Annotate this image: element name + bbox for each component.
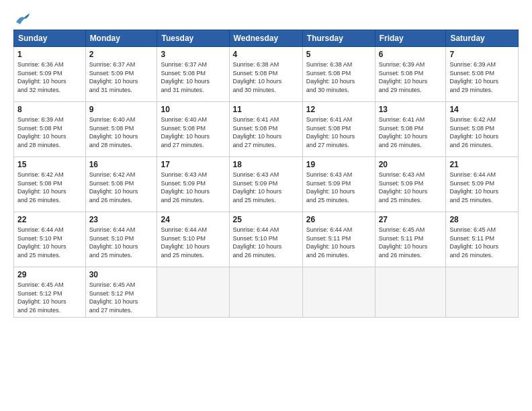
calendar-cell: 27Sunrise: 6:45 AMSunset: 5:11 PMDayligh… xyxy=(375,212,446,267)
calendar-cell: 4Sunrise: 6:38 AMSunset: 5:08 PMDaylight… xyxy=(229,47,302,102)
calendar-cell xyxy=(375,267,446,318)
day-number: 24 xyxy=(161,215,225,224)
calendar-cell: 18Sunrise: 6:43 AMSunset: 5:09 PMDayligh… xyxy=(229,157,302,212)
cell-info: Sunrise: 6:42 AMSunset: 5:08 PMDaylight:… xyxy=(449,116,498,148)
calendar-cell: 30Sunrise: 6:45 AMSunset: 5:12 PMDayligh… xyxy=(85,267,157,318)
day-number: 22 xyxy=(17,215,82,224)
day-number: 28 xyxy=(449,215,515,224)
calendar-cell: 25Sunrise: 6:44 AMSunset: 5:10 PMDayligh… xyxy=(229,212,302,267)
cell-info: Sunrise: 6:39 AMSunset: 5:08 PMDaylight:… xyxy=(17,116,66,148)
cell-info: Sunrise: 6:39 AMSunset: 5:08 PMDaylight:… xyxy=(379,61,428,93)
cell-info: Sunrise: 6:36 AMSunset: 5:09 PMDaylight:… xyxy=(17,61,66,93)
calendar-week-row: 29Sunrise: 6:45 AMSunset: 5:12 PMDayligh… xyxy=(14,267,519,318)
cell-info: Sunrise: 6:41 AMSunset: 5:08 PMDaylight:… xyxy=(379,116,428,148)
cell-info: Sunrise: 6:45 AMSunset: 5:11 PMDaylight:… xyxy=(449,226,498,259)
calendar-cell: 10Sunrise: 6:40 AMSunset: 5:08 PMDayligh… xyxy=(157,102,229,157)
cell-info: Sunrise: 6:39 AMSunset: 5:08 PMDaylight:… xyxy=(449,61,498,93)
calendar-table: SundayMondayTuesdayWednesdayThursdayFrid… xyxy=(13,30,519,318)
logo-bird-icon xyxy=(15,12,30,26)
calendar-week-row: 22Sunrise: 6:44 AMSunset: 5:10 PMDayligh… xyxy=(14,212,519,267)
calendar-week-row: 1Sunrise: 6:36 AMSunset: 5:09 PMDaylight… xyxy=(14,47,519,102)
cell-info: Sunrise: 6:44 AMSunset: 5:10 PMDaylight:… xyxy=(161,226,210,259)
calendar-cell: 5Sunrise: 6:38 AMSunset: 5:08 PMDaylight… xyxy=(302,47,375,102)
day-number: 10 xyxy=(161,105,225,114)
cell-info: Sunrise: 6:40 AMSunset: 5:08 PMDaylight:… xyxy=(89,116,138,148)
day-number: 21 xyxy=(449,160,515,169)
calendar-cell: 13Sunrise: 6:41 AMSunset: 5:08 PMDayligh… xyxy=(375,102,446,157)
day-number: 9 xyxy=(89,105,154,114)
cell-info: Sunrise: 6:42 AMSunset: 5:08 PMDaylight:… xyxy=(89,171,138,203)
cell-info: Sunrise: 6:43 AMSunset: 5:09 PMDaylight:… xyxy=(161,171,210,203)
day-number: 26 xyxy=(306,215,371,224)
day-number: 7 xyxy=(449,50,515,59)
calendar-cell: 20Sunrise: 6:43 AMSunset: 5:09 PMDayligh… xyxy=(375,157,446,212)
cell-info: Sunrise: 6:42 AMSunset: 5:08 PMDaylight:… xyxy=(17,171,66,203)
column-header-thursday: Thursday xyxy=(302,30,375,47)
day-number: 29 xyxy=(17,270,82,279)
day-number: 5 xyxy=(306,50,371,59)
calendar-cell: 19Sunrise: 6:43 AMSunset: 5:09 PMDayligh… xyxy=(302,157,375,212)
calendar-page: SundayMondayTuesdayWednesdayThursdayFrid… xyxy=(0,0,532,411)
column-header-monday: Monday xyxy=(85,30,157,47)
calendar-cell xyxy=(229,267,302,318)
cell-info: Sunrise: 6:44 AMSunset: 5:09 PMDaylight:… xyxy=(449,171,498,203)
day-number: 18 xyxy=(233,160,299,169)
cell-info: Sunrise: 6:44 AMSunset: 5:10 PMDaylight:… xyxy=(233,226,282,259)
cell-info: Sunrise: 6:41 AMSunset: 5:08 PMDaylight:… xyxy=(233,116,282,148)
day-number: 17 xyxy=(161,160,225,169)
column-header-wednesday: Wednesday xyxy=(229,30,302,47)
cell-info: Sunrise: 6:44 AMSunset: 5:10 PMDaylight:… xyxy=(17,226,66,259)
day-number: 1 xyxy=(17,50,82,59)
calendar-week-row: 8Sunrise: 6:39 AMSunset: 5:08 PMDaylight… xyxy=(14,102,519,157)
column-header-sunday: Sunday xyxy=(14,30,86,47)
day-number: 11 xyxy=(233,105,299,114)
day-number: 25 xyxy=(233,215,299,224)
day-number: 23 xyxy=(89,215,154,224)
calendar-cell: 7Sunrise: 6:39 AMSunset: 5:08 PMDaylight… xyxy=(446,47,519,102)
day-number: 19 xyxy=(306,160,371,169)
day-number: 16 xyxy=(89,160,154,169)
calendar-cell: 16Sunrise: 6:42 AMSunset: 5:08 PMDayligh… xyxy=(85,157,157,212)
day-number: 13 xyxy=(379,105,443,114)
day-number: 12 xyxy=(306,105,371,114)
day-number: 14 xyxy=(449,105,515,114)
cell-info: Sunrise: 6:38 AMSunset: 5:08 PMDaylight:… xyxy=(306,61,355,93)
calendar-cell: 2Sunrise: 6:37 AMSunset: 5:09 PMDaylight… xyxy=(85,47,157,102)
calendar-cell: 6Sunrise: 6:39 AMSunset: 5:08 PMDaylight… xyxy=(375,47,446,102)
day-number: 6 xyxy=(379,50,443,59)
calendar-cell: 3Sunrise: 6:37 AMSunset: 5:08 PMDaylight… xyxy=(157,47,229,102)
cell-info: Sunrise: 6:43 AMSunset: 5:09 PMDaylight:… xyxy=(379,171,428,203)
day-number: 3 xyxy=(161,50,225,59)
calendar-cell: 22Sunrise: 6:44 AMSunset: 5:10 PMDayligh… xyxy=(14,212,86,267)
calendar-cell: 9Sunrise: 6:40 AMSunset: 5:08 PMDaylight… xyxy=(85,102,157,157)
cell-info: Sunrise: 6:37 AMSunset: 5:09 PMDaylight:… xyxy=(89,61,138,93)
calendar-cell: 21Sunrise: 6:44 AMSunset: 5:09 PMDayligh… xyxy=(446,157,519,212)
day-number: 15 xyxy=(17,160,82,169)
day-number: 4 xyxy=(233,50,299,59)
cell-info: Sunrise: 6:43 AMSunset: 5:09 PMDaylight:… xyxy=(306,171,355,203)
calendar-cell: 8Sunrise: 6:39 AMSunset: 5:08 PMDaylight… xyxy=(14,102,86,157)
calendar-cell: 12Sunrise: 6:41 AMSunset: 5:08 PMDayligh… xyxy=(302,102,375,157)
calendar-cell: 28Sunrise: 6:45 AMSunset: 5:11 PMDayligh… xyxy=(446,212,519,267)
column-header-saturday: Saturday xyxy=(446,30,519,47)
day-number: 27 xyxy=(379,215,443,224)
calendar-cell: 26Sunrise: 6:44 AMSunset: 5:11 PMDayligh… xyxy=(302,212,375,267)
calendar-cell xyxy=(446,267,519,318)
calendar-cell: 29Sunrise: 6:45 AMSunset: 5:12 PMDayligh… xyxy=(14,267,86,318)
calendar-body: 1Sunrise: 6:36 AMSunset: 5:09 PMDaylight… xyxy=(14,47,519,318)
day-number: 8 xyxy=(17,105,82,114)
calendar-cell xyxy=(157,267,229,318)
cell-info: Sunrise: 6:45 AMSunset: 5:11 PMDaylight:… xyxy=(379,226,428,259)
day-number: 20 xyxy=(379,160,443,169)
cell-info: Sunrise: 6:37 AMSunset: 5:08 PMDaylight:… xyxy=(161,61,210,93)
cell-info: Sunrise: 6:40 AMSunset: 5:08 PMDaylight:… xyxy=(161,116,210,148)
calendar-cell: 23Sunrise: 6:44 AMSunset: 5:10 PMDayligh… xyxy=(85,212,157,267)
calendar-cell: 14Sunrise: 6:42 AMSunset: 5:08 PMDayligh… xyxy=(446,102,519,157)
calendar-cell: 1Sunrise: 6:36 AMSunset: 5:09 PMDaylight… xyxy=(14,47,86,102)
cell-info: Sunrise: 6:41 AMSunset: 5:08 PMDaylight:… xyxy=(306,116,355,148)
cell-info: Sunrise: 6:43 AMSunset: 5:09 PMDaylight:… xyxy=(233,171,282,203)
cell-info: Sunrise: 6:44 AMSunset: 5:11 PMDaylight:… xyxy=(306,226,355,259)
calendar-header-row: SundayMondayTuesdayWednesdayThursdayFrid… xyxy=(14,30,519,47)
calendar-cell: 11Sunrise: 6:41 AMSunset: 5:08 PMDayligh… xyxy=(229,102,302,157)
calendar-cell xyxy=(302,267,375,318)
